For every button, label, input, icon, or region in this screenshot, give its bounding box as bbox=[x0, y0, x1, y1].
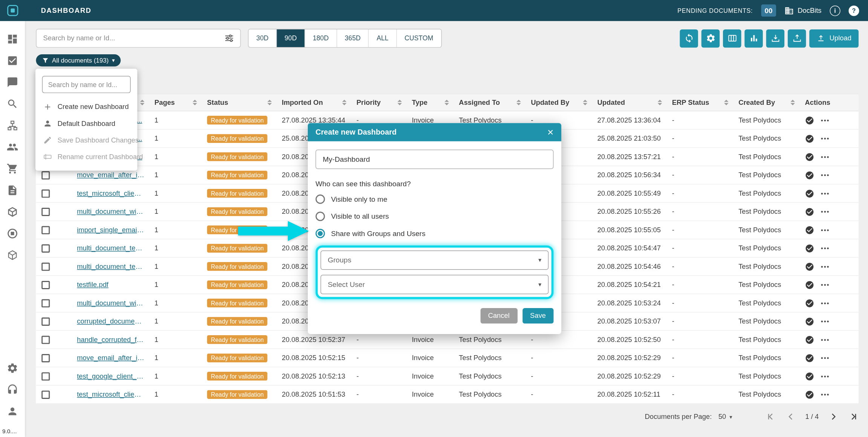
organization-button[interactable]: DocBits bbox=[784, 6, 822, 15]
row-checkbox[interactable] bbox=[41, 317, 50, 325]
sidebar-item-integrations[interactable] bbox=[0, 223, 25, 244]
menu-item-create-new-dashboard[interactable]: Create new Dashboard bbox=[42, 99, 131, 115]
per-page-select[interactable]: 50 ▾ bbox=[718, 413, 732, 421]
row-checkbox[interactable] bbox=[41, 390, 50, 399]
document-link[interactable]: handle_corrupted_file... bbox=[77, 336, 144, 344]
next-page-button[interactable] bbox=[828, 411, 839, 422]
row-actions-button[interactable]: ••• bbox=[821, 208, 830, 215]
app-logo[interactable] bbox=[0, 5, 25, 17]
row-actions-button[interactable]: ••• bbox=[821, 245, 830, 251]
radio-icon[interactable] bbox=[316, 194, 325, 204]
range-30d-button[interactable]: 30D bbox=[249, 29, 277, 47]
sort-icon[interactable] bbox=[512, 100, 521, 105]
download-button[interactable] bbox=[766, 29, 784, 47]
sidebar-item-account[interactable] bbox=[0, 400, 25, 422]
sidebar-item-user-groups[interactable] bbox=[0, 136, 25, 158]
row-checkbox[interactable] bbox=[41, 189, 50, 198]
document-link[interactable]: corrupted_document... bbox=[77, 317, 144, 325]
sidebar-item-support[interactable] bbox=[0, 379, 25, 400]
menu-item-rename-current-dashboard[interactable]: Rename current Dashboard bbox=[42, 149, 131, 165]
documents-filter-chip[interactable]: All documents (193) ▾ bbox=[36, 54, 121, 66]
sort-icon[interactable] bbox=[653, 100, 662, 105]
document-link[interactable]: multi_document_test... bbox=[77, 245, 144, 253]
column-header-updated[interactable]: Updated bbox=[592, 94, 666, 111]
visibility-option[interactable]: Visible only to me bbox=[316, 193, 554, 205]
sort-icon[interactable] bbox=[440, 100, 449, 105]
document-link[interactable]: move_email_after_im... bbox=[77, 354, 144, 362]
row-actions-button[interactable]: ••• bbox=[821, 190, 830, 197]
sidebar-item-search[interactable] bbox=[0, 93, 25, 115]
document-link[interactable]: test_microsoft_client... bbox=[77, 190, 144, 198]
row-actions-button[interactable]: ••• bbox=[821, 153, 830, 160]
row-checkbox[interactable] bbox=[41, 226, 50, 234]
sidebar-item-dashboard[interactable] bbox=[0, 28, 25, 50]
row-actions-button[interactable]: ••• bbox=[821, 373, 830, 380]
row-actions-button[interactable]: ••• bbox=[821, 336, 830, 343]
radio-icon[interactable] bbox=[316, 228, 325, 238]
column-header-created-by[interactable]: Created By bbox=[733, 94, 799, 111]
sort-icon[interactable] bbox=[338, 100, 347, 105]
sidebar-item-packages[interactable] bbox=[0, 201, 25, 222]
sort-icon[interactable] bbox=[263, 100, 272, 105]
document-link[interactable]: test_microsoft_client... bbox=[77, 391, 144, 399]
column-header-assigned-to[interactable]: Assigned To bbox=[453, 94, 525, 111]
document-link[interactable]: move_email_after_im... bbox=[77, 172, 144, 179]
document-link[interactable]: test_google_client_20... bbox=[77, 373, 144, 380]
document-link[interactable]: import_single_email_... bbox=[77, 226, 144, 234]
groups-select[interactable]: Groups ▾ bbox=[321, 250, 549, 270]
user-select[interactable]: Select User ▾ bbox=[321, 275, 549, 294]
document-link[interactable]: multi_document_with... bbox=[77, 208, 144, 216]
row-checkbox[interactable] bbox=[41, 244, 50, 252]
range-all-button[interactable]: ALL bbox=[369, 29, 397, 47]
dashboard-search-input[interactable] bbox=[42, 76, 131, 93]
row-actions-button[interactable]: ••• bbox=[821, 391, 830, 398]
row-checkbox[interactable] bbox=[41, 354, 50, 362]
layout-button[interactable] bbox=[723, 29, 741, 47]
export-button[interactable] bbox=[788, 29, 806, 47]
range-180d-button[interactable]: 180D bbox=[305, 29, 337, 47]
sort-icon[interactable] bbox=[579, 100, 588, 105]
sidebar-item-settings[interactable] bbox=[0, 357, 25, 379]
sort-icon[interactable] bbox=[786, 100, 795, 105]
row-checkbox[interactable] bbox=[41, 372, 50, 380]
row-checkbox[interactable] bbox=[41, 281, 50, 289]
range-90d-button[interactable]: 90D bbox=[277, 29, 305, 47]
row-actions-button[interactable]: ••• bbox=[821, 300, 830, 307]
sidebar-item-modules[interactable] bbox=[0, 244, 25, 266]
dashboard-name-input[interactable] bbox=[316, 150, 554, 169]
previous-page-button[interactable] bbox=[785, 411, 796, 422]
close-icon[interactable]: × bbox=[547, 127, 553, 137]
row-checkbox[interactable] bbox=[41, 207, 50, 216]
save-button[interactable]: Save bbox=[522, 308, 553, 324]
range-custom-button[interactable]: CUSTOM bbox=[397, 29, 441, 47]
info-button[interactable]: i bbox=[830, 5, 840, 16]
visibility-option[interactable]: Visible to all users bbox=[316, 210, 554, 222]
row-actions-button[interactable]: ••• bbox=[821, 135, 830, 142]
menu-item-save-dashboard-changes[interactable]: Save Dashboard Changes bbox=[42, 132, 131, 149]
document-link[interactable]: multi_document_test... bbox=[77, 263, 144, 271]
row-checkbox[interactable] bbox=[41, 171, 50, 179]
sidebar-item-purchase-orders[interactable] bbox=[0, 158, 25, 179]
sort-icon[interactable] bbox=[188, 100, 197, 105]
row-actions-button[interactable]: ••• bbox=[821, 318, 830, 325]
search-input[interactable] bbox=[37, 34, 224, 42]
visibility-option[interactable]: Share with Groups and Users bbox=[316, 227, 554, 239]
row-checkbox[interactable] bbox=[41, 299, 50, 307]
row-actions-button[interactable]: ••• bbox=[821, 172, 830, 179]
cancel-button[interactable]: Cancel bbox=[480, 308, 517, 324]
column-header-updated-by[interactable]: Updated By bbox=[525, 94, 591, 111]
sidebar-item-documents[interactable] bbox=[0, 179, 25, 201]
menu-item-default-dashboard[interactable]: Default Dashboard bbox=[42, 115, 131, 132]
statistics-button[interactable] bbox=[745, 29, 763, 47]
row-actions-button[interactable]: ••• bbox=[821, 354, 830, 361]
sidebar-item-validation[interactable] bbox=[0, 50, 25, 71]
sort-icon[interactable] bbox=[393, 100, 402, 105]
help-button[interactable]: ? bbox=[849, 5, 859, 16]
filter-settings-icon[interactable] bbox=[224, 33, 235, 44]
row-actions-button[interactable]: ••• bbox=[821, 281, 830, 288]
refresh-button[interactable] bbox=[680, 29, 698, 47]
row-checkbox[interactable] bbox=[41, 336, 50, 344]
last-page-button[interactable] bbox=[848, 411, 859, 422]
first-page-button[interactable] bbox=[766, 411, 776, 422]
document-link[interactable]: multi_document_with... bbox=[77, 299, 144, 307]
